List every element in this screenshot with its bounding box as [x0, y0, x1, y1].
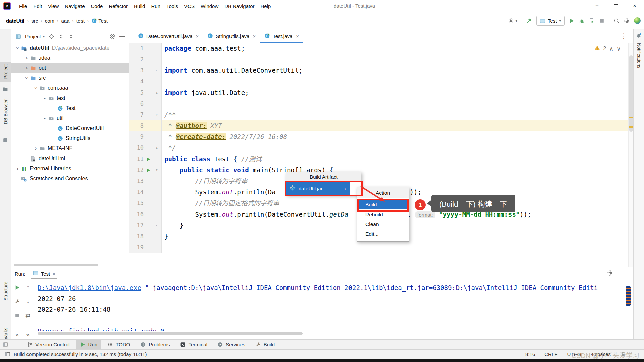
- more-icon[interactable]: »: [13, 331, 21, 339]
- select-opened-file-icon[interactable]: [49, 34, 54, 39]
- expand-all-icon[interactable]: [58, 34, 64, 39]
- code-line-5[interactable]: 5▵import java.util.Date;: [129, 87, 628, 98]
- line-separator[interactable]: CRLF: [544, 351, 557, 357]
- warning-stripe-mark[interactable]: [629, 117, 633, 118]
- chevron-collapsed-icon[interactable]: ›: [15, 166, 20, 172]
- run-settings-gear-icon[interactable]: [607, 270, 613, 277]
- breadcrumb-item-aaa[interactable]: aaa: [61, 18, 69, 24]
- tree-item-out[interactable]: ›out: [11, 63, 129, 73]
- toolwindow-button-todo[interactable]: TODO: [104, 340, 134, 349]
- debug-button[interactable]: [579, 18, 585, 24]
- toolwindow-button-problems[interactable]: Problems: [137, 340, 173, 349]
- menu-window[interactable]: Window: [198, 2, 221, 11]
- chevron-expanded-icon[interactable]: ›: [15, 45, 21, 51]
- collapse-all-icon[interactable]: [68, 34, 74, 39]
- rerun-button[interactable]: [13, 284, 21, 291]
- menu-item-edit[interactable]: Edit...: [357, 229, 409, 239]
- breadcrumb-item-test[interactable]: CTest: [91, 18, 108, 24]
- menu-navigate[interactable]: Navigate: [62, 2, 88, 11]
- stripe-item-project[interactable]: Project: [0, 62, 11, 82]
- down-stack-trace-icon[interactable]: ↓: [24, 298, 32, 305]
- chevron-expanded-icon[interactable]: ›: [24, 75, 30, 81]
- soft-wrap-icon[interactable]: ⇄: [24, 312, 32, 319]
- code-line-19[interactable]: 19: [129, 242, 628, 253]
- breadcrumb-item-com[interactable]: com: [45, 18, 54, 24]
- run-with-coverage-icon[interactable]: [589, 18, 595, 24]
- menu-view[interactable]: View: [45, 2, 62, 11]
- stop-button[interactable]: [13, 312, 21, 319]
- toolwindow-button-version-control[interactable]: Version Control: [23, 340, 73, 349]
- close-button[interactable]: ×: [625, 0, 644, 12]
- fold-marker-icon[interactable]: ▿: [153, 65, 160, 76]
- tab-stringutils-java[interactable]: CStringUtils.java×: [203, 29, 260, 43]
- code-line-2[interactable]: 2: [129, 54, 628, 65]
- tool-window-corner-icon[interactable]: [3, 342, 8, 347]
- tree-item-idea[interactable]: ›.idea: [11, 53, 129, 63]
- tab-dateconvertutil-java[interactable]: CDateConvertUtil.java×: [133, 29, 203, 43]
- tree-item-dateconvertutil[interactable]: CDateConvertUtil: [11, 123, 129, 133]
- fold-marker-icon[interactable]: ▵: [153, 142, 160, 154]
- plugin-sphere-icon[interactable]: [634, 17, 641, 24]
- console-hscrollbar[interactable]: [38, 332, 303, 335]
- stripe-item-db-browser[interactable]: DB Browser: [0, 99, 11, 124]
- settings-gear-icon[interactable]: [624, 18, 630, 24]
- editor-scrollbar[interactable]: [628, 43, 633, 267]
- warning-stripe-mark[interactable]: [629, 126, 633, 128]
- stripe-item-notifications[interactable]: Notifications: [634, 43, 644, 68]
- code-line-12[interactable]: 12▿ public static void main(String[] arg…: [129, 165, 628, 176]
- code-line-6[interactable]: 6: [129, 98, 628, 109]
- tree-item-test[interactable]: ›test: [11, 93, 129, 103]
- close-icon[interactable]: ×: [296, 33, 299, 39]
- tree-item-dateutil[interactable]: ›dateUtilD:\java\idea_space\date: [11, 43, 129, 53]
- build-project-icon[interactable]: [526, 18, 532, 24]
- run-config-select[interactable]: Test ▾: [536, 16, 565, 26]
- menu-edit[interactable]: Edit: [30, 2, 45, 11]
- prev-problem-icon[interactable]: ∧: [609, 45, 613, 52]
- chevron-collapsed-icon[interactable]: ›: [24, 65, 30, 71]
- run-console[interactable]: D:\Java\jdk1.8\bin\java.exe "-javaagent:…: [38, 281, 623, 331]
- stripe-item-structure[interactable]: Structure: [0, 282, 11, 301]
- code-line-1[interactable]: 1package com.aaa.test;: [129, 43, 628, 54]
- tree-item-dateutil-iml[interactable]: dateUtil.iml: [11, 154, 129, 164]
- chevron-collapsed-icon[interactable]: ›: [33, 145, 39, 152]
- menu-tools[interactable]: Tools: [163, 2, 181, 11]
- tree-item-external-libraries[interactable]: ›External Libraries: [11, 164, 129, 174]
- tree-item-util[interactable]: ›util: [11, 113, 129, 123]
- breadcrumb-item-src[interactable]: src: [31, 18, 38, 24]
- menu-item-clean[interactable]: Clean: [357, 219, 409, 229]
- minimize-button[interactable]: −: [588, 0, 606, 12]
- run-settings-icon[interactable]: [13, 298, 21, 305]
- menu-vcs[interactable]: VCS: [181, 2, 198, 11]
- panel-settings-gear-icon[interactable]: [110, 34, 115, 39]
- chevron-collapsed-icon[interactable]: ›: [24, 55, 30, 61]
- db-browser-icon[interactable]: [2, 137, 8, 144]
- menu-refactor[interactable]: Refactor: [106, 2, 131, 11]
- menu-db-navigator[interactable]: DB Navigator: [221, 2, 257, 11]
- menu-file[interactable]: File: [16, 2, 30, 11]
- code-line-4[interactable]: 4: [129, 76, 628, 87]
- tree-item-test[interactable]: CTest: [11, 103, 129, 113]
- tree-item-src[interactable]: ›src: [11, 73, 129, 83]
- project-view-title[interactable]: Project: [25, 34, 41, 39]
- close-icon[interactable]: ×: [253, 33, 256, 39]
- code-line-8[interactable]: 8 * @author: XYT: [129, 120, 628, 131]
- menu-help[interactable]: Help: [257, 2, 274, 11]
- fold-marker-icon[interactable]: ▵: [153, 220, 160, 231]
- tree-item-scratches-and-consoles[interactable]: Scratches and Consoles: [11, 174, 129, 184]
- code-line-9[interactable]: 9 * @create-date: 2022/7/26 16:08: [129, 131, 628, 142]
- chevron-down-icon[interactable]: ▾: [43, 34, 45, 39]
- toolwindow-button-run[interactable]: Run: [76, 340, 101, 349]
- stop-button[interactable]: [599, 18, 605, 24]
- code-line-7[interactable]: 7▿/**: [129, 109, 628, 120]
- bell-icon[interactable]: [636, 33, 642, 40]
- hide-run-panel-icon[interactable]: —: [620, 270, 626, 277]
- project-tree-hscrollbar[interactable]: [14, 264, 98, 266]
- hide-panel-icon[interactable]: —: [119, 33, 125, 40]
- chevron-expanded-icon[interactable]: ›: [33, 85, 39, 91]
- status-message[interactable]: Build completed successfully in 9 sec, 1…: [14, 351, 147, 357]
- fold-marker-icon[interactable]: ▿: [153, 109, 160, 120]
- caret-position[interactable]: 8:16: [525, 351, 535, 357]
- chevron-expanded-icon[interactable]: ›: [42, 116, 48, 121]
- fold-marker-icon[interactable]: ▿: [153, 165, 160, 176]
- run-tab[interactable]: Test ×: [32, 270, 57, 277]
